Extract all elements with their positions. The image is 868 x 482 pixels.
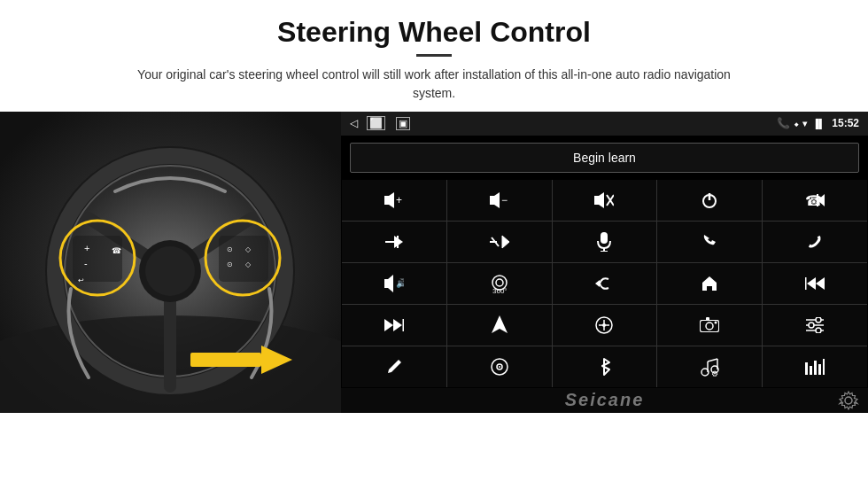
cam360-button[interactable]: 360° <box>447 263 552 304</box>
bluetooth-icon <box>597 357 611 377</box>
speaker-icon: 🔊 <box>384 275 404 292</box>
home-nav-icon[interactable]: ⬜ <box>367 116 385 130</box>
svg-text:+: + <box>84 243 89 253</box>
bottom-bar: Seicane <box>341 388 868 413</box>
recent-nav-icon[interactable]: ▣ <box>396 117 410 130</box>
gear-icon[interactable] <box>838 390 859 411</box>
android-panel: ◁ ⬜ ▣ 📞 ⬥ ▾ ▐▌ 15:52 Begin learn <box>341 112 868 413</box>
svg-text:⊙: ⊙ <box>227 245 233 253</box>
vol-up-icon: + <box>384 192 404 208</box>
back-button[interactable] <box>553 263 657 304</box>
vol-down-icon: − <box>490 192 509 208</box>
svg-rect-67 <box>706 317 709 321</box>
page-title: Steering Wheel Control <box>35 16 833 49</box>
mic-button[interactable] <box>553 222 657 262</box>
svg-text:360°: 360° <box>492 287 508 293</box>
cam360-icon: 360° <box>489 274 510 293</box>
next-button[interactable] <box>342 222 446 262</box>
prev-track-button[interactable]: ☎ <box>763 180 867 221</box>
svg-point-49 <box>496 279 503 286</box>
svg-line-82 <box>708 359 717 362</box>
music-button[interactable]: ⚙ <box>657 346 762 387</box>
navigate-icon <box>492 315 508 335</box>
mute-button[interactable] <box>553 180 657 221</box>
svg-rect-22 <box>190 353 261 367</box>
svg-marker-56 <box>384 319 393 331</box>
content-area: + - ☎ ↩ ⊙ ◇ ⊙ ◇ <box>0 112 868 482</box>
svg-point-68 <box>715 321 717 323</box>
eq-button[interactable] <box>553 305 657 346</box>
svg-marker-57 <box>393 319 402 331</box>
svg-marker-28 <box>594 192 604 208</box>
disc-icon <box>491 358 508 376</box>
header-section: Steering Wheel Control Your original car… <box>0 0 868 112</box>
camera-icon <box>700 317 719 333</box>
svg-rect-17 <box>219 236 268 282</box>
eq-icon <box>595 316 613 334</box>
prev-track-icon: ☎ <box>805 192 825 208</box>
equalizer-icon <box>805 359 825 375</box>
nav-icons: ◁ ⬜ ▣ <box>350 116 410 130</box>
begin-learn-button[interactable]: Begin learn <box>350 143 859 173</box>
skip-fwd-button[interactable] <box>342 305 446 346</box>
svg-marker-26 <box>490 192 500 208</box>
seicane-logo: Seicane <box>520 390 690 410</box>
steering-wheel-svg: + - ☎ ↩ ⊙ ◇ ⊙ ◇ <box>0 112 341 413</box>
back-nav-icon[interactable]: ◁ <box>350 117 358 129</box>
svg-marker-41 <box>502 236 509 248</box>
svg-text:☎: ☎ <box>112 246 121 255</box>
svg-point-77 <box>499 366 500 368</box>
settings-sliders-button[interactable] <box>763 305 867 346</box>
subtitle-text: Your original car's steering wheel contr… <box>124 66 744 103</box>
equalizer-button[interactable] <box>763 346 867 387</box>
home-button[interactable] <box>657 263 762 304</box>
controls-grid: + − <box>342 180 867 387</box>
svg-point-73 <box>809 323 814 328</box>
svg-text:−: − <box>501 194 508 206</box>
svg-point-63 <box>602 323 606 327</box>
svg-marker-53 <box>816 277 825 290</box>
svg-text:🔊: 🔊 <box>396 277 404 289</box>
home-icon <box>701 275 718 292</box>
pen-icon <box>385 358 403 376</box>
skip-back-button[interactable] <box>763 263 867 304</box>
svg-marker-24 <box>384 192 394 208</box>
settings-sliders-icon <box>806 317 824 333</box>
svg-text:+: + <box>396 194 402 206</box>
camera-button[interactable] <box>657 305 762 346</box>
begin-learn-row: Begin learn <box>341 136 868 180</box>
time-display: 15:52 <box>832 117 859 129</box>
svg-rect-88 <box>823 359 825 375</box>
svg-rect-11 <box>73 236 122 282</box>
navigate-button[interactable] <box>447 305 552 346</box>
vol-down-button[interactable]: − <box>447 180 552 221</box>
power-button[interactable] <box>657 180 762 221</box>
speaker-button[interactable]: 🔊 <box>342 263 446 304</box>
status-bar: ◁ ⬜ ▣ 📞 ⬥ ▾ ▐▌ 15:52 <box>341 112 868 136</box>
svg-marker-51 <box>595 280 600 287</box>
hangup-button[interactable] <box>763 222 867 262</box>
vol-up-button[interactable]: + <box>342 180 446 221</box>
next-icon <box>385 234 403 250</box>
svg-marker-54 <box>807 277 816 290</box>
status-bar-right: 📞 ⬥ ▾ ▐▌ 15:52 <box>777 117 859 129</box>
pen-button[interactable] <box>342 346 446 387</box>
shuffle-button[interactable] <box>447 222 552 262</box>
music-icon: ⚙ <box>700 357 719 377</box>
svg-text:◇: ◇ <box>245 245 252 253</box>
svg-point-89 <box>845 397 852 404</box>
phone-button[interactable] <box>657 222 762 262</box>
disc-button[interactable] <box>447 346 552 387</box>
svg-point-72 <box>816 317 821 323</box>
phone-status-icon: 📞 <box>777 117 790 129</box>
title-divider <box>416 54 452 57</box>
svg-rect-87 <box>818 364 821 375</box>
svg-point-74 <box>816 328 821 333</box>
skip-fwd-icon <box>384 317 404 333</box>
bluetooth-button[interactable] <box>553 346 657 387</box>
svg-text:-: - <box>84 258 88 268</box>
svg-text:⚙: ⚙ <box>711 369 718 377</box>
svg-text:⊙: ⊙ <box>227 260 233 268</box>
mute-icon <box>594 192 614 208</box>
svg-marker-52 <box>702 276 717 291</box>
